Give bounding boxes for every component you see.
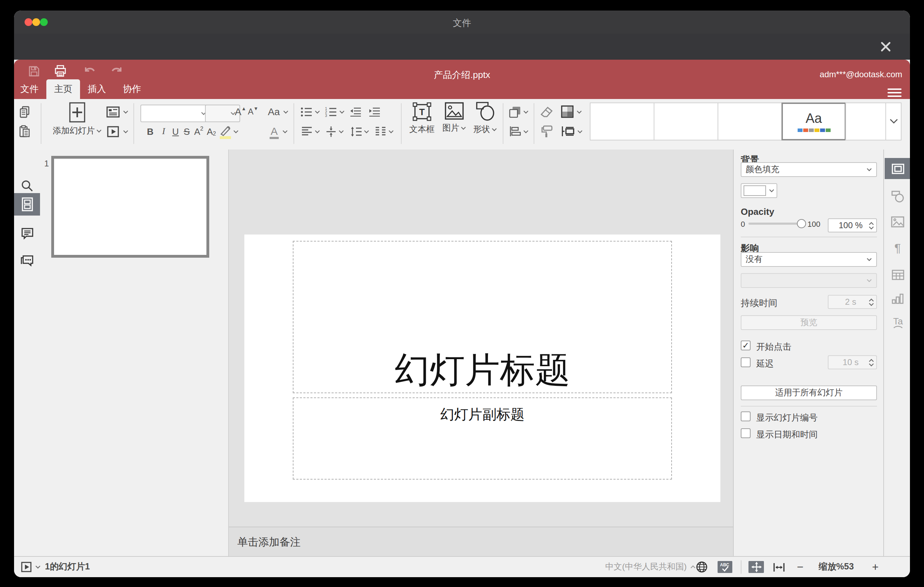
start-slideshow-status-icon[interactable] <box>21 561 41 573</box>
line-spacing-icon[interactable] <box>348 124 371 139</box>
chevron-down-icon <box>523 130 529 133</box>
show-slide-number-checkbox[interactable] <box>741 411 751 421</box>
language-selector[interactable]: 中文(中华人民共和国) <box>605 561 696 573</box>
underline-icon[interactable]: U <box>170 124 181 139</box>
tab-collaboration[interactable]: 协作 <box>119 79 145 99</box>
close-icon[interactable] <box>881 41 891 55</box>
preview-button[interactable]: 预览 <box>741 315 877 330</box>
color-scheme-icon[interactable] <box>559 104 584 119</box>
chevron-down-icon[interactable] <box>35 565 41 569</box>
start-on-click-checkbox[interactable]: ✓ <box>741 341 751 350</box>
font-color-icon[interactable]: A <box>266 124 290 139</box>
opacity-min: 0 <box>741 220 745 228</box>
background-color-swatch[interactable] <box>741 183 777 198</box>
clear-style-icon[interactable] <box>539 104 555 119</box>
increase-indent-icon[interactable] <box>367 104 381 119</box>
fit-width-icon[interactable] <box>773 561 785 573</box>
copy-icon[interactable] <box>17 104 32 119</box>
superscript-icon[interactable]: A2 <box>192 124 205 139</box>
slide-title-text[interactable]: 幻灯片标题 <box>244 347 720 394</box>
change-case-icon[interactable]: Aa <box>266 104 290 119</box>
spinner-down-icon[interactable] <box>868 226 874 229</box>
textbox-button[interactable]: T 文本框 <box>406 102 437 145</box>
font-name-select[interactable] <box>140 105 211 122</box>
start-slideshow-button[interactable] <box>104 124 130 139</box>
decrease-indent-icon[interactable] <box>348 104 362 119</box>
theme-expand-button[interactable] <box>885 102 901 140</box>
subscript-icon[interactable]: A2 <box>205 124 218 139</box>
chevron-down-icon <box>866 168 872 171</box>
chat-icon[interactable] <box>14 249 40 272</box>
tab-insert[interactable]: 插入 <box>84 79 110 99</box>
bullet-list-icon[interactable] <box>299 104 322 119</box>
slide-canvas[interactable]: 幻灯片标题 幻灯片副标题 <box>229 150 733 527</box>
theme-thumbnail[interactable] <box>845 102 886 140</box>
effect-type-select[interactable] <box>741 273 877 288</box>
strikethrough-icon[interactable]: S <box>181 124 192 139</box>
opacity-slider-track[interactable] <box>749 223 799 225</box>
image-button[interactable]: 图片 <box>439 102 469 145</box>
add-slide-button[interactable]: 添加幻灯片 <box>46 102 108 145</box>
arrange-shape-icon[interactable] <box>508 104 530 119</box>
spinner-up-icon[interactable] <box>868 221 874 225</box>
vertical-align-icon[interactable] <box>324 124 346 139</box>
opacity-label: Opacity <box>741 206 774 217</box>
slide-page[interactable]: 幻灯片标题 幻灯片副标题 <box>244 234 720 502</box>
shape-settings-icon[interactable] <box>885 186 910 207</box>
delay-checkbox[interactable] <box>741 358 751 367</box>
opacity-slider-handle[interactable] <box>797 219 806 228</box>
paragraph-settings-icon[interactable]: ¶ <box>885 238 910 259</box>
theme-thumbnail[interactable] <box>654 102 718 140</box>
effect-select[interactable]: 没有 <box>741 252 877 267</box>
spinner-up-icon <box>868 298 874 302</box>
duration-spinner[interactable]: 2 s <box>828 295 877 309</box>
comments-icon[interactable] <box>14 222 40 244</box>
add-slide-label: 添加幻灯片 <box>53 125 95 137</box>
numbered-list-icon[interactable]: 123 <box>324 104 346 119</box>
columns-icon[interactable] <box>373 124 395 139</box>
decrease-font-icon[interactable]: A▼ <box>247 104 259 119</box>
chevron-down-icon <box>96 129 102 133</box>
notes-placeholder[interactable]: 单击添加备注 <box>237 536 300 549</box>
spellcheck-icon[interactable]: ABC <box>718 561 732 573</box>
zoom-in-button[interactable]: + <box>872 561 879 573</box>
chart-settings-icon[interactable] <box>885 289 910 310</box>
fit-slide-icon[interactable] <box>749 561 764 573</box>
delay-spinner[interactable]: 10 s <box>828 355 877 369</box>
slide-layout-button[interactable] <box>104 104 130 119</box>
chevron-down-icon[interactable] <box>233 124 239 139</box>
chevron-down-icon <box>339 110 345 114</box>
tab-file[interactable]: 文件 <box>16 79 43 99</box>
theme-thumbnail-selected[interactable]: Aa <box>782 102 846 140</box>
opacity-spinner[interactable]: 100 % <box>828 218 877 232</box>
zoom-out-button[interactable]: − <box>797 561 804 573</box>
bold-icon[interactable]: B <box>145 124 156 139</box>
slide-subtitle-text[interactable]: 幻灯片副标题 <box>244 405 720 424</box>
highlight-color-icon[interactable] <box>219 124 232 139</box>
align-shape-icon[interactable] <box>508 124 530 139</box>
slide-settings-icon[interactable] <box>885 158 910 179</box>
shape-button[interactable]: 形状 <box>470 102 500 145</box>
show-date-checkbox[interactable] <box>741 428 751 438</box>
spellcheck-language-icon[interactable] <box>696 561 708 573</box>
paste-icon[interactable] <box>17 124 32 139</box>
copy-style-icon[interactable] <box>539 124 555 139</box>
background-fill-select[interactable]: 颜色填充 <box>741 162 877 177</box>
increase-font-icon[interactable]: A▲ <box>234 104 246 119</box>
menu-icon[interactable] <box>888 89 901 97</box>
image-settings-icon[interactable] <box>885 211 910 232</box>
apply-to-all-slides-button[interactable]: 适用于所有幻灯片 <box>741 386 877 400</box>
theme-thumbnail[interactable] <box>718 102 782 140</box>
chevron-down-icon <box>282 110 288 114</box>
slide-size-icon[interactable] <box>559 124 584 139</box>
table-settings-icon[interactable] <box>885 264 910 285</box>
slide-thumbnail[interactable] <box>51 156 209 258</box>
textart-settings-icon[interactable]: Ta <box>885 312 910 333</box>
horizontal-align-icon[interactable] <box>299 124 322 139</box>
theme-thumbnail[interactable] <box>590 102 654 140</box>
tab-home[interactable]: 主页 <box>46 79 80 99</box>
account-email[interactable]: adm***@dootask.com <box>820 69 902 79</box>
slides-panel-icon[interactable] <box>14 193 40 216</box>
notes-area[interactable]: 单击添加备注 <box>229 527 733 556</box>
italic-icon[interactable]: I <box>159 124 168 139</box>
